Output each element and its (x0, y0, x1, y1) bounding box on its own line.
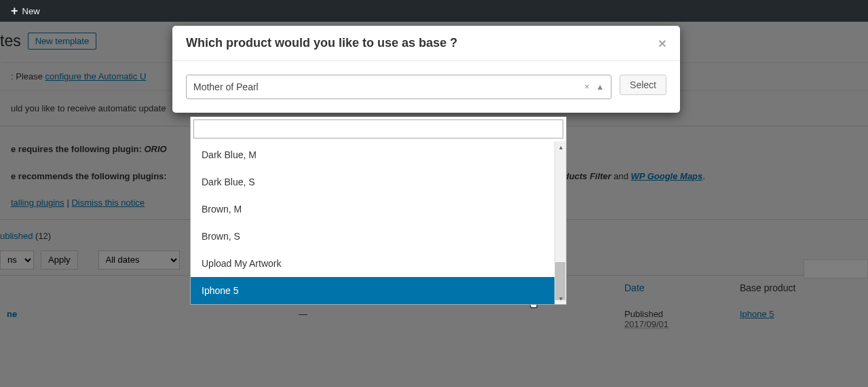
chevron-up-icon[interactable]: ▲ (596, 82, 604, 92)
clear-icon[interactable]: × (584, 82, 589, 92)
close-icon[interactable]: × (658, 36, 666, 50)
scroll-up-icon[interactable]: ▴ (555, 141, 566, 153)
dropdown-option[interactable]: Dark Blue, S (191, 168, 566, 196)
dropdown-results: Dark Blue, MDark Blue, SBrown, MBrown, S… (190, 141, 567, 305)
scroll-down-icon[interactable]: ▾ (555, 293, 566, 304)
modal-title: Which product would you like to use as b… (186, 36, 457, 50)
product-base-modal: Which product would you like to use as b… (172, 26, 680, 113)
dropdown-option[interactable]: Dark Blue, M (191, 141, 566, 168)
dropdown-option[interactable]: Upload My Artwork (191, 250, 566, 277)
selected-value: Mother of Pearl (193, 81, 259, 92)
modal-body: Mother of Pearl × ▲ Select (172, 61, 680, 113)
dropdown-search-input[interactable] (193, 119, 563, 139)
product-dropdown: Dark Blue, MDark Blue, SBrown, MBrown, S… (190, 117, 567, 305)
new-label: New (22, 6, 40, 16)
new-menu[interactable]: + New (5, 5, 45, 17)
product-select-combobox[interactable]: Mother of Pearl × ▲ (186, 75, 611, 99)
admin-top-bar: + New (0, 0, 868, 22)
modal-header: Which product would you like to use as b… (172, 26, 680, 61)
scrollbar[interactable]: ▴ ▾ (554, 141, 566, 304)
select-button[interactable]: Select (620, 75, 666, 95)
dropdown-option[interactable]: Brown, S (191, 223, 566, 250)
dropdown-option[interactable]: Brown, M (191, 196, 566, 223)
dropdown-option[interactable]: Iphone 5 (191, 277, 566, 304)
plus-icon: + (11, 5, 18, 17)
dropdown-search-wrap (190, 117, 567, 141)
